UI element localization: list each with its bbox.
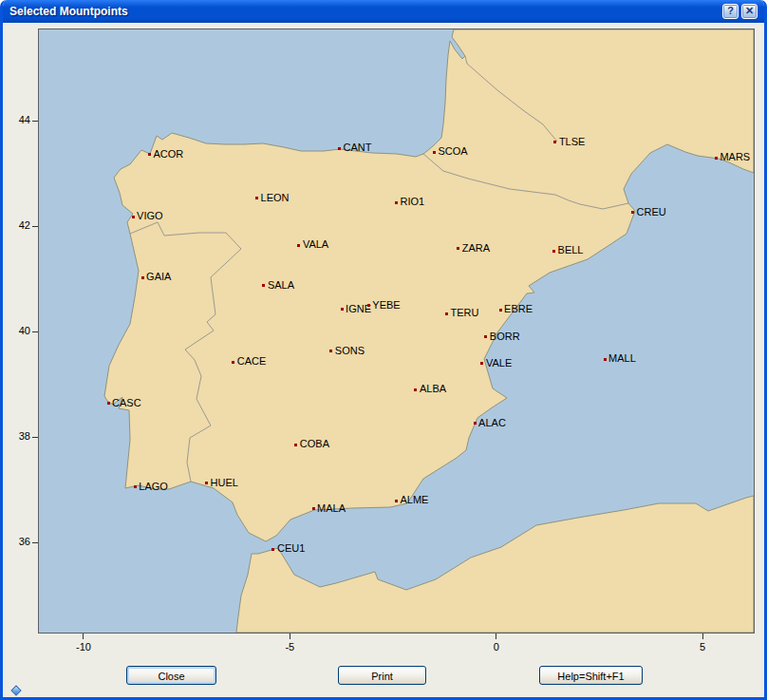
- station-marker-igne: [341, 308, 344, 311]
- station-label-zara: ZARA: [462, 242, 490, 255]
- selected-mountpoints-window: Selected Mountpoints ? ✕ ACORCANTSCOATLS…: [0, 0, 767, 700]
- station-label-creu: CREU: [637, 206, 666, 218]
- station-marker-sala: [262, 284, 265, 287]
- station-label-tlse: TLSE: [559, 136, 586, 148]
- station-label-ebre: EBRE: [504, 303, 533, 315]
- station-label-leon: LEON: [261, 192, 290, 204]
- station-marker-sons: [329, 350, 332, 352]
- station-marker-bell: [552, 250, 555, 253]
- x-axis-tick: [496, 634, 496, 639]
- station-label-vale: VALE: [486, 357, 512, 369]
- x-axis-tick-label: 0: [480, 641, 513, 653]
- station-label-coba: COBA: [300, 438, 329, 450]
- title-bar[interactable]: Selected Mountpoints ? ✕: [3, 0, 764, 23]
- y-axis-tick: [32, 121, 38, 122]
- station-marker-huel: [205, 482, 208, 484]
- station-label-sons: SONS: [335, 345, 365, 357]
- station-marker-lago: [134, 485, 137, 488]
- station-marker-coba: [294, 444, 297, 446]
- station-label-bell: BELL: [558, 244, 584, 256]
- station-label-mars: MARS: [720, 151, 750, 163]
- station-marker-mala: [312, 507, 315, 510]
- y-axis-tick-label: 40: [6, 325, 30, 336]
- x-axis-tick: [702, 634, 703, 639]
- y-axis-tick-label: 36: [6, 536, 30, 547]
- station-marker-rio1: [395, 201, 398, 204]
- station-label-scoa: SCOA: [438, 145, 467, 158]
- station-marker-scoa: [433, 151, 436, 154]
- station-marker-alme: [395, 500, 398, 502]
- close-button[interactable]: Close: [126, 666, 216, 685]
- client-area: ACORCANTSCOATLSEMARSVIGOLEONRIO1CREUVALA…: [3, 23, 764, 697]
- station-label-sala: SALA: [268, 279, 294, 292]
- station-marker-vigo: [132, 216, 135, 218]
- help-shift-f1-button[interactable]: Help=Shift+F1: [539, 666, 643, 685]
- stations-layer: ACORCANTSCOATLSEMARSVIGOLEONRIO1CREUVALA…: [39, 29, 754, 633]
- print-button[interactable]: Print: [338, 666, 426, 685]
- station-label-casc: CASC: [112, 397, 141, 409]
- station-marker-alac: [474, 422, 477, 425]
- station-label-acor: ACOR: [154, 148, 184, 161]
- y-axis-tick-label: 42: [6, 219, 30, 231]
- station-marker-yebe: [367, 304, 370, 307]
- station-marker-zara: [457, 247, 459, 250]
- station-marker-cant: [338, 147, 341, 150]
- window-title: Selected Mountpoints: [9, 5, 720, 18]
- x-axis-tick-label: 5: [686, 641, 719, 653]
- station-marker-creu: [631, 211, 634, 214]
- station-marker-vala: [297, 244, 300, 247]
- station-label-vigo: VIGO: [137, 210, 163, 222]
- station-label-lago: LAGO: [139, 481, 168, 493]
- station-marker-ebre: [499, 309, 502, 312]
- grip-diamond-icon: [10, 685, 21, 695]
- y-axis-tick-label: 44: [6, 114, 30, 125]
- station-label-cant: CANT: [344, 142, 372, 154]
- help-titlebar-button[interactable]: ?: [722, 4, 739, 19]
- station-label-borr: BORR: [490, 331, 520, 343]
- station-label-ceu1: CEU1: [277, 542, 305, 555]
- station-marker-tlse: [553, 141, 556, 143]
- station-label-alba: ALBA: [420, 383, 446, 395]
- x-axis-tick-label: -10: [67, 641, 100, 653]
- station-label-rio1: RIO1: [401, 196, 425, 208]
- station-label-gaia: GAIA: [146, 271, 171, 283]
- y-axis-tick: [32, 226, 38, 227]
- station-label-alme: ALME: [401, 494, 429, 506]
- station-label-huel: HUEL: [211, 477, 238, 489]
- station-label-alac: ALAC: [478, 417, 506, 429]
- station-label-cace: CACE: [237, 355, 267, 368]
- station-label-mala: MALA: [317, 502, 346, 515]
- y-axis-tick: [32, 542, 38, 543]
- x-axis-tick: [290, 634, 290, 639]
- station-marker-mars: [715, 157, 718, 160]
- x-axis-tick: [83, 634, 84, 639]
- station-label-teru: TERU: [451, 307, 479, 319]
- y-axis-tick: [32, 437, 38, 438]
- station-label-vala: VALA: [303, 238, 328, 251]
- station-marker-vale: [480, 362, 483, 365]
- station-label-yebe: YEBE: [372, 299, 400, 312]
- station-marker-alba: [414, 388, 417, 391]
- station-marker-acor: [148, 153, 151, 156]
- x-axis-tick-label: -5: [273, 641, 306, 653]
- station-marker-cace: [232, 361, 234, 364]
- station-marker-borr: [484, 335, 487, 338]
- station-marker-leon: [255, 197, 258, 199]
- map-plot: ACORCANTSCOATLSEMARSVIGOLEONRIO1CREUVALA…: [38, 28, 755, 634]
- station-marker-mall: [604, 358, 607, 361]
- station-marker-gaia: [141, 276, 144, 279]
- station-marker-ceu1: [271, 548, 274, 551]
- y-axis-tick-label: 38: [6, 430, 30, 442]
- station-marker-casc: [107, 402, 110, 405]
- station-marker-teru: [445, 312, 448, 315]
- y-axis-tick: [32, 331, 38, 332]
- station-label-mall: MALL: [608, 352, 636, 365]
- close-titlebar-button[interactable]: ✕: [741, 4, 758, 19]
